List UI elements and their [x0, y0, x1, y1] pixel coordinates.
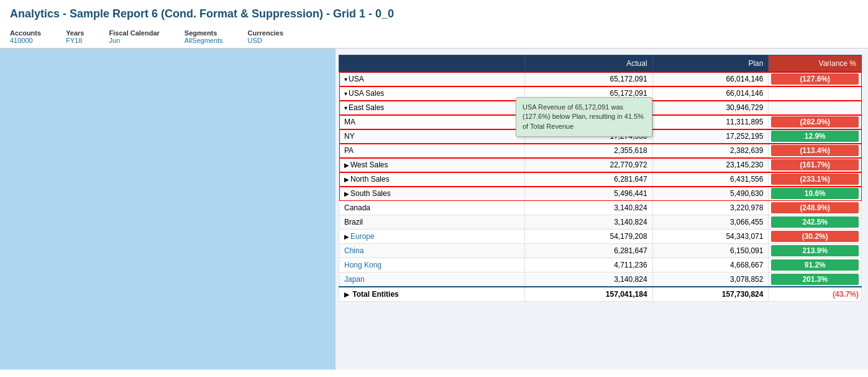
- table-row: China6,281,6476,150,091213.9%: [339, 244, 862, 258]
- tooltip-box: USA Revenue of 65,172,091 was (127.6%) b…: [516, 97, 652, 137]
- row-plan: 2,382,639: [652, 144, 769, 158]
- table-row: ▶North Sales6,281,6476,431,556(233.1%): [339, 172, 862, 187]
- segments-label: Segments: [185, 29, 223, 37]
- row-actual: 4,711,236: [525, 258, 653, 272]
- row-variance: 242.5%: [769, 215, 862, 230]
- row-variance: (127.6%): [769, 72, 862, 86]
- main-area: Actual Plan Variance % ▾USA65,172,09166,…: [0, 49, 868, 370]
- row-actual: 3,140,824: [525, 201, 653, 215]
- row-actual: 65,172,091: [525, 72, 653, 86]
- row-plan: 6,150,091: [652, 244, 769, 258]
- table-row: Hong Kong4,711,2364,668,66791.2%: [339, 258, 862, 272]
- table-header-row: Actual Plan Variance %: [339, 55, 862, 72]
- left-panel: [0, 49, 336, 370]
- filter-fiscal: Fiscal Calendar Jun: [109, 29, 160, 44]
- table-row: ▾USA65,172,09166,014,146(127.6%): [339, 72, 862, 86]
- filter-years: Years FY18: [66, 29, 84, 44]
- row-variance: (30.2%): [769, 230, 862, 244]
- row-variance: (113.4%): [769, 144, 862, 158]
- row-plan: 5,490,630: [652, 187, 769, 201]
- row-label: ▶North Sales: [339, 172, 525, 187]
- expander-icon[interactable]: ▾: [344, 76, 347, 83]
- table-row: Brazil3,140,8243,066,455242.5%: [339, 215, 862, 230]
- row-actual: 6,281,647: [525, 244, 653, 258]
- row-plan: 66,014,146: [652, 86, 769, 101]
- row-actual: 54,179,208: [525, 230, 653, 244]
- row-label: Japan: [339, 272, 525, 287]
- total-expander-icon[interactable]: ▶: [344, 291, 349, 298]
- row-plan: 3,066,455: [652, 215, 769, 230]
- total-plan: 157,730,824: [652, 287, 769, 302]
- filter-currencies: Currencies USD: [248, 29, 283, 44]
- row-plan: 54,343,071: [652, 230, 769, 244]
- grid-table: Actual Plan Variance % ▾USA65,172,09166,…: [339, 55, 862, 302]
- col-header-actual: Actual: [525, 55, 653, 72]
- row-variance: (233.1%): [769, 172, 862, 187]
- row-variance: [769, 101, 862, 115]
- row-variance: 201.3%: [769, 272, 862, 287]
- currencies-value: USD: [248, 37, 283, 44]
- expander-icon[interactable]: ▶: [344, 233, 349, 240]
- right-panel: Actual Plan Variance % ▾USA65,172,09166,…: [336, 49, 868, 370]
- expander-icon[interactable]: ▶: [344, 162, 349, 169]
- row-label: China: [339, 244, 525, 258]
- row-plan: 3,078,852: [652, 272, 769, 287]
- row-variance: 213.9%: [769, 244, 862, 258]
- years-label: Years: [66, 29, 84, 37]
- table-row: ▶West Sales22,770,97223,145,230(161.7%): [339, 158, 862, 172]
- accounts-value: 410000: [10, 37, 41, 44]
- row-variance: (248.9%): [769, 201, 862, 215]
- row-plan: 66,014,146: [652, 72, 769, 86]
- row-label: ▾East Sales: [339, 101, 525, 115]
- filter-segments: Segments AllSegments: [185, 29, 223, 44]
- years-value: FY18: [66, 37, 84, 44]
- total-row: ▶ Total Entities157,041,184157,730,824(4…: [339, 287, 862, 302]
- expander-icon[interactable]: ▶: [344, 190, 349, 197]
- expander-icon[interactable]: ▶: [344, 176, 349, 183]
- row-variance: [769, 86, 862, 101]
- row-plan: 4,668,667: [652, 258, 769, 272]
- expander-icon[interactable]: ▾: [344, 90, 347, 97]
- table-row: ▶South Sales5,496,4415,490,63010.6%: [339, 187, 862, 201]
- expander-icon[interactable]: ▾: [344, 105, 347, 111]
- row-label: Hong Kong: [339, 258, 525, 272]
- col-header-variance: Variance %: [769, 55, 862, 72]
- row-label: ▾USA: [339, 72, 525, 86]
- row-label: ▾USA Sales: [339, 86, 525, 101]
- row-label: ▶West Sales: [339, 158, 525, 172]
- total-label: ▶ Total Entities: [339, 287, 525, 302]
- row-label: Canada: [339, 201, 525, 215]
- table-row: Japan3,140,8243,078,852201.3%: [339, 272, 862, 287]
- fiscal-label: Fiscal Calendar: [109, 29, 160, 37]
- accounts-label: Accounts: [10, 29, 41, 37]
- row-label: ▶Europe: [339, 230, 525, 244]
- row-label: Brazil: [339, 215, 525, 230]
- segments-value: AllSegments: [185, 37, 223, 44]
- table-row: ▶Europe54,179,20854,343,071(30.2%): [339, 230, 862, 244]
- row-plan: 3,220,978: [652, 201, 769, 215]
- col-header-plan: Plan: [652, 55, 769, 72]
- row-plan: 17,252,195: [652, 129, 769, 144]
- row-plan: 30,946,729: [652, 101, 769, 115]
- currencies-label: Currencies: [248, 29, 283, 37]
- table-row: Canada3,140,8243,220,978(248.9%): [339, 201, 862, 215]
- row-actual: 22,770,972: [525, 158, 653, 172]
- row-actual: 5,496,441: [525, 187, 653, 201]
- total-variance: (43.7%): [769, 287, 862, 302]
- row-plan: 11,311,895: [652, 115, 769, 129]
- row-plan: 23,145,230: [652, 158, 769, 172]
- row-label: NY: [339, 129, 525, 144]
- page-title: Analytics - Sample Report 6 (Cond. Forma…: [0, 0, 868, 26]
- table-row: PA2,355,6182,382,639(113.4%): [339, 144, 862, 158]
- row-actual: 3,140,824: [525, 215, 653, 230]
- row-variance: 10.6%: [769, 187, 862, 201]
- total-actual: 157,041,184: [525, 287, 653, 302]
- row-label: ▶South Sales: [339, 187, 525, 201]
- col-header-entity: [339, 55, 525, 72]
- row-variance: (161.7%): [769, 158, 862, 172]
- row-actual: 3,140,824: [525, 272, 653, 287]
- row-label: MA: [339, 115, 525, 129]
- row-actual: 6,281,647: [525, 172, 653, 187]
- row-label: PA: [339, 144, 525, 158]
- filter-accounts: Accounts 410000: [10, 29, 41, 44]
